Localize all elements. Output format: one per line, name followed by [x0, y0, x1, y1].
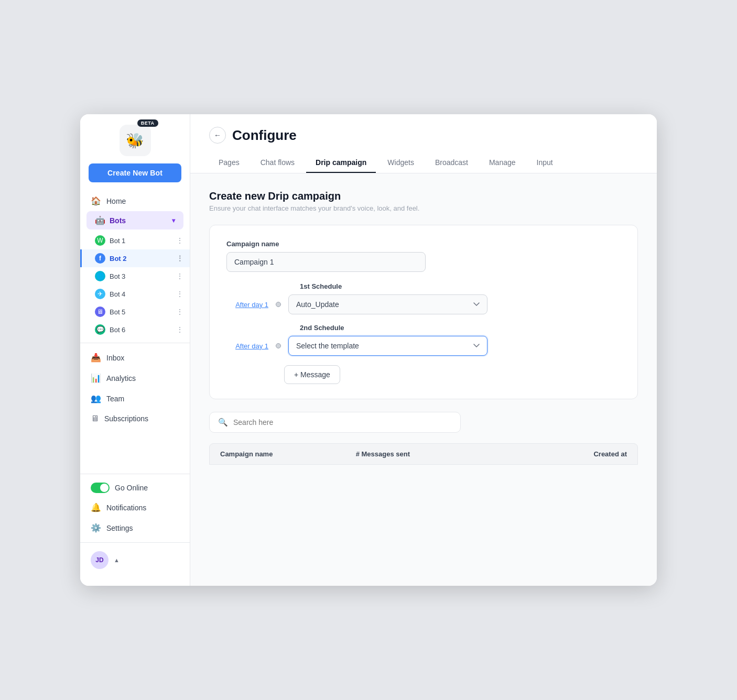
sidebar-divider-3: [80, 542, 190, 543]
after-day-1-label: After day 1: [226, 301, 268, 309]
settings-label: Settings: [106, 524, 133, 532]
section-title: Create new Drip campaign: [209, 190, 638, 202]
bot-list: W Bot 1 ⋮ f Bot 2 ⋮ 🌐 Bot 3 ⋮ ✈ Bot 4 ⋮ …: [80, 232, 190, 338]
sidebar-item-inbox[interactable]: 📥 Inbox: [80, 347, 190, 368]
sidebar-bottom: Go Online 🔔 Notifications ⚙️ Settings JD…: [80, 465, 190, 577]
after-day-2-label: After day 1: [226, 342, 268, 350]
tab-pages[interactable]: Pages: [209, 153, 249, 173]
schedule-1-select[interactable]: Auto_Update: [288, 294, 487, 314]
monitor-icon: 🖥: [95, 307, 105, 317]
sidebar-divider-1: [80, 343, 190, 343]
sidebar: 🐝 BETA Create New Bot 🏠 Home 🤖 Bots ▾ W …: [80, 114, 190, 586]
bot-item-bot3[interactable]: 🌐 Bot 3 ⋮: [80, 267, 190, 285]
go-online-label: Go Online: [115, 484, 148, 492]
facebook-icon: f: [95, 253, 105, 264]
sidebar-item-analytics[interactable]: 📊 Analytics: [80, 368, 190, 388]
msg-icon: 💬: [95, 324, 105, 335]
sidebar-divider-2: [80, 474, 190, 474]
tab-chat-flows[interactable]: Chat flows: [251, 153, 304, 173]
tab-bar: Pages Chat flows Drip campaign Widgets B…: [209, 153, 638, 173]
create-bot-button[interactable]: Create New Bot: [89, 163, 181, 182]
add-message-button[interactable]: + Message: [284, 365, 340, 384]
page-title: Configure: [232, 127, 297, 144]
home-icon: 🏠: [91, 196, 101, 206]
campaign-name-label: Campaign name: [226, 240, 621, 248]
form-card: Campaign name 1st Schedule After day 1 A…: [209, 225, 638, 399]
header-title-row: ← Configure: [209, 127, 638, 144]
bot4-menu-icon[interactable]: ⋮: [176, 290, 183, 298]
bot-item-bot4[interactable]: ✈ Bot 4 ⋮: [80, 285, 190, 303]
bot2-label: Bot 2: [110, 255, 127, 262]
main-content: ← Configure Pages Chat flows Drip campai…: [190, 114, 657, 586]
bot1-menu-icon[interactable]: ⋮: [176, 236, 183, 245]
home-label: Home: [106, 197, 126, 205]
logo-badge-wrap: 🐝 BETA: [120, 125, 151, 156]
schedule-1-section: 1st Schedule After day 1 Auto_Update: [226, 282, 621, 314]
tab-widgets[interactable]: Widgets: [378, 153, 424, 173]
bots-icon: 🤖: [95, 215, 105, 225]
tab-drip-campaign[interactable]: Drip campaign: [306, 153, 376, 173]
schedule-2-select[interactable]: Select the template: [288, 336, 487, 356]
analytics-icon: 📊: [91, 373, 101, 383]
bot1-label: Bot 1: [110, 237, 125, 245]
team-icon: 👥: [91, 393, 101, 403]
beta-badge: BETA: [137, 119, 158, 127]
search-bar: 🔍: [209, 412, 461, 433]
tab-input[interactable]: Input: [527, 153, 562, 173]
inbox-icon: 📥: [91, 353, 101, 363]
analytics-label: Analytics: [106, 374, 136, 382]
team-label: Team: [106, 395, 124, 403]
sidebar-item-team[interactable]: 👥 Team: [80, 388, 190, 409]
bot-item-bot1[interactable]: W Bot 1 ⋮: [80, 232, 190, 249]
tab-broadcast[interactable]: Broadcast: [426, 153, 478, 173]
sidebar-item-settings[interactable]: ⚙️ Settings: [80, 518, 190, 538]
schedule-2-label: 2nd Schedule: [300, 324, 621, 332]
table-header: Campaign name # Messages sent Created at: [209, 443, 638, 465]
campaign-name-input[interactable]: [226, 252, 426, 272]
telegram-icon: ✈: [95, 289, 105, 299]
user-chevron-icon: ▲: [114, 557, 120, 563]
go-online-toggle[interactable]: [91, 483, 110, 493]
top-header: ← Configure Pages Chat flows Drip campai…: [190, 114, 657, 173]
notifications-label: Notifications: [106, 504, 146, 512]
tab-manage[interactable]: Manage: [480, 153, 525, 173]
go-online-row[interactable]: Go Online: [80, 478, 190, 497]
bots-dropdown[interactable]: 🤖 Bots ▾: [86, 211, 183, 229]
back-button[interactable]: ←: [209, 127, 226, 144]
app-window: 🐝 BETA Create New Bot 🏠 Home 🤖 Bots ▾ W …: [80, 114, 657, 586]
bot5-menu-icon[interactable]: ⋮: [176, 308, 183, 316]
logo-box: 🐝: [120, 125, 151, 156]
schedule-2-section: 2nd Schedule After day 1 Select the temp…: [226, 324, 621, 356]
search-input[interactable]: [233, 418, 452, 426]
user-row[interactable]: JD ▲: [80, 547, 190, 573]
settings-icon: ⚙️: [91, 523, 101, 533]
subscriptions-icon: 🖥: [91, 414, 99, 423]
app-logo-icon: 🐝: [126, 132, 144, 149]
bot2-menu-icon[interactable]: ⋮: [176, 254, 183, 262]
section-subtitle: Ensure your chat interface matches your …: [209, 204, 638, 212]
bot-item-bot5[interactable]: 🖥 Bot 5 ⋮: [80, 303, 190, 321]
bot-item-bot2[interactable]: f Bot 2 ⋮: [80, 249, 190, 267]
table-col-created-at: Created at: [491, 450, 627, 458]
inbox-label: Inbox: [106, 354, 124, 362]
schedule-1-label: 1st Schedule: [300, 282, 621, 290]
bot5-label: Bot 5: [110, 308, 125, 316]
table-col-campaign-name: Campaign name: [220, 450, 356, 458]
search-icon: 🔍: [218, 418, 228, 427]
sidebar-item-notifications[interactable]: 🔔 Notifications: [80, 497, 190, 518]
sidebar-item-home[interactable]: 🏠 Home: [80, 191, 190, 211]
bots-chevron-icon: ▾: [172, 217, 175, 224]
web-icon: 🌐: [95, 271, 105, 281]
user-avatar: JD: [91, 551, 109, 569]
table-col-messages-sent: # Messages sent: [356, 450, 492, 458]
schedule-1-dot: [276, 302, 281, 307]
bot6-label: Bot 6: [110, 326, 125, 334]
bot4-label: Bot 4: [110, 290, 125, 298]
bot3-label: Bot 3: [110, 272, 125, 280]
bot6-menu-icon[interactable]: ⋮: [176, 325, 183, 334]
sidebar-item-subscriptions[interactable]: 🖥 Subscriptions: [80, 409, 190, 429]
search-bar-wrap: 🔍: [209, 412, 638, 433]
bot-item-bot6[interactable]: 💬 Bot 6 ⋮: [80, 321, 190, 338]
main-body: Create new Drip campaign Ensure your cha…: [190, 173, 657, 586]
bot3-menu-icon[interactable]: ⋮: [176, 272, 183, 280]
